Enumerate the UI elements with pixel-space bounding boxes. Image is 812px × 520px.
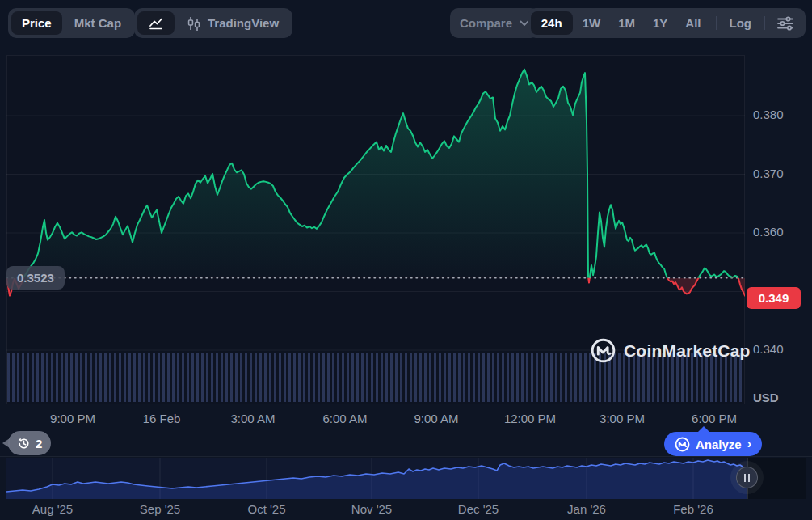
x-axis-label: 3:00 PM	[600, 412, 645, 425]
history-count: 2	[36, 437, 42, 450]
line-chart-mode-button[interactable]	[137, 11, 175, 35]
chart-settings-button[interactable]	[772, 11, 799, 35]
y-axis-label: 0.370	[753, 167, 801, 180]
range-all[interactable]: All	[677, 11, 709, 35]
watermark-label: CoinMarketCap	[624, 341, 751, 361]
minimap-chart[interactable]	[6, 458, 806, 499]
range-24h[interactable]: 24h	[531, 11, 573, 35]
chart-type-toggle: TradingView	[134, 8, 292, 38]
last-price-badge: 0.349	[747, 287, 801, 309]
tab-price[interactable]: Price	[11, 11, 62, 35]
coinmarketcap-logo-icon	[591, 338, 616, 363]
minimap-drag-handle[interactable]	[736, 467, 758, 488]
line-chart-icon	[148, 15, 164, 32]
range-1w[interactable]: 1W	[574, 11, 609, 35]
price-mktcap-toggle: Price Mkt Cap	[8, 8, 135, 38]
history-icon	[17, 437, 31, 450]
history-button[interactable]: 2	[8, 431, 51, 455]
minimap-month-label: Aug '25	[32, 502, 73, 516]
watermark: CoinMarketCap	[591, 338, 751, 363]
range-1m[interactable]: 1M	[610, 11, 643, 35]
chart-widget: Price Mkt Cap TradingView Compare 24h 1W…	[0, 0, 812, 520]
sliders-icon	[776, 15, 794, 32]
x-axis-label: 9:00 AM	[414, 412, 458, 425]
x-axis-label: 6:00 AM	[322, 412, 367, 425]
analyze-label: Analyze	[696, 438, 742, 451]
divider	[716, 16, 717, 30]
minimap-month-label: Jan '26	[567, 502, 606, 516]
x-axis-label: 12:00 PM	[504, 412, 556, 425]
compare-label: Compare	[460, 16, 512, 30]
minimap-month-label: Dec '25	[458, 502, 499, 516]
analyze-button[interactable]: Analyze ›	[664, 432, 762, 456]
minimap-month-label: Sep '25	[140, 502, 180, 516]
divider	[764, 16, 765, 30]
divider	[0, 456, 812, 457]
baseline-price-badge: 0.3523	[6, 266, 65, 290]
tradingview-mode-button[interactable]: TradingView	[176, 11, 289, 35]
minimap-month-label: Oct '25	[247, 502, 285, 516]
log-scale-toggle[interactable]: Log	[723, 11, 759, 35]
range-1y[interactable]: 1Y	[645, 11, 675, 35]
chevron-right-icon: ›	[747, 437, 751, 451]
y-axis-label: 0.360	[753, 225, 801, 239]
candlestick-icon	[187, 15, 201, 32]
currency-label: USD	[753, 391, 779, 404]
minimap-month-label: Nov '25	[351, 502, 392, 516]
y-axis-label: 0.340	[753, 342, 801, 356]
x-axis-label: 16 Feb	[143, 412, 181, 425]
tab-mkt-cap[interactable]: Mkt Cap	[64, 11, 132, 35]
tradingview-label: TradingView	[208, 16, 279, 30]
price-area-above	[6, 70, 745, 296]
x-axis-label: 6:00 PM	[692, 412, 737, 425]
compare-button[interactable]: Compare	[450, 8, 539, 38]
x-axis-label: 3:00 AM	[230, 412, 275, 425]
x-axis-label: 9:00 PM	[50, 412, 95, 425]
minimap-month-label: Feb '26	[673, 502, 713, 516]
y-axis-label: 0.380	[753, 108, 801, 121]
coinmarketcap-logo-icon	[675, 437, 690, 452]
range-selector: 24h 1W 1M 1Y All Log	[528, 8, 806, 38]
